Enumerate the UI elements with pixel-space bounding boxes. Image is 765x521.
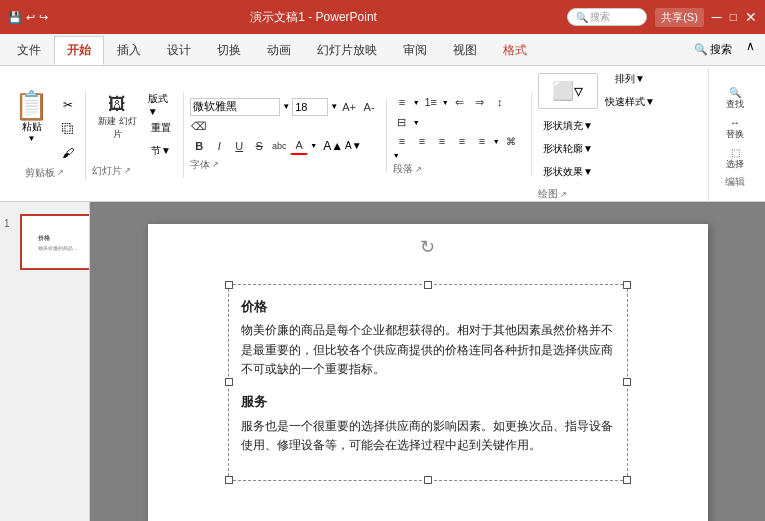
decrease-indent-button[interactable]: ⇐ — [451, 93, 469, 111]
drawing-expand-icon[interactable]: ↗ — [560, 190, 567, 199]
undo-icon[interactable]: ↩ — [26, 11, 35, 24]
font-name-input[interactable] — [190, 98, 280, 116]
font-size-increase-btn[interactable]: A▲ — [323, 139, 343, 153]
shape-fill-button[interactable]: 形状填充▼ — [540, 115, 596, 137]
text-box-container[interactable]: 价格 物美价廉的商品是每个企业都想获得的。相对于其他因素虽然价格并不是最重要的，… — [228, 284, 628, 481]
bold-button[interactable]: B — [190, 137, 208, 155]
font-name-dropdown[interactable]: ▼ — [282, 102, 290, 111]
save-icon[interactable]: 💾 — [8, 11, 22, 24]
section1-body: 物美价廉的商品是每个企业都想获得的。相对于其他因素虽然价格并不是最重要的，但比较… — [241, 321, 615, 380]
tab-format[interactable]: 格式 — [490, 36, 540, 65]
select-button[interactable]: ⬚ 选择 — [715, 145, 755, 173]
minimize-button[interactable]: ─ — [712, 9, 722, 25]
tab-file[interactable]: 文件 — [4, 36, 54, 65]
clipboard-expand-icon[interactable]: ↗ — [57, 168, 64, 177]
tab-transitions[interactable]: 切换 — [204, 36, 254, 65]
cut-button[interactable]: ✂ — [57, 94, 79, 116]
paste-icon: 📋 — [14, 92, 49, 120]
new-slide-button[interactable]: 🖼 新建 幻灯片 — [92, 92, 143, 162]
handle-top-left[interactable] — [225, 281, 233, 289]
title-bar-left: 💾 ↩ ↪ 演示文稿1 - PowerPoint — [8, 9, 567, 26]
font-size-decrease-btn[interactable]: A▼ — [345, 140, 362, 151]
ribbon-collapse[interactable]: ∧ — [740, 34, 761, 65]
columns-button[interactable]: ⊟ — [393, 113, 411, 131]
italic-button[interactable]: I — [210, 137, 228, 155]
quick-access-toolbar[interactable]: 💾 ↩ ↪ — [8, 11, 48, 24]
shape-effects-button[interactable]: 形状效果▼ — [540, 161, 596, 183]
decrease-font-button[interactable]: A- — [360, 98, 378, 116]
handle-bottom-right[interactable] — [623, 476, 631, 484]
tab-animations[interactable]: 动画 — [254, 36, 304, 65]
bullets-dropdown[interactable]: ▼ — [413, 99, 420, 106]
align-left-button[interactable]: ≡ — [393, 132, 411, 150]
reset-button[interactable]: 重置 — [145, 117, 177, 139]
convert-smartart-dropdown[interactable]: ▼ — [393, 152, 400, 159]
strikethrough-button[interactable]: S — [250, 137, 268, 155]
replace-button[interactable]: ↔ 替换 — [715, 115, 755, 143]
paragraph-expand-icon[interactable]: ↗ — [415, 165, 422, 174]
increase-font-button[interactable]: A+ — [340, 98, 358, 116]
tab-design[interactable]: 设计 — [154, 36, 204, 65]
handle-middle-left[interactable] — [225, 378, 233, 386]
handle-bottom-left[interactable] — [225, 476, 233, 484]
shapes-panel[interactable]: ⬜▿ — [538, 73, 598, 109]
share-button[interactable]: 共享(S) — [655, 8, 704, 27]
slide-canvas[interactable]: ↻ 价格 物美价廉的商品是每个企业都想获得的。相对于其他因素 — [148, 224, 708, 522]
paste-dropdown-icon[interactable]: ▼ — [28, 134, 36, 143]
new-slide-icon: 🖼 — [108, 94, 126, 115]
slide-number-label: 1 — [4, 218, 10, 229]
quick-styles-button[interactable]: 快速样式▼ — [602, 91, 658, 113]
tab-slideshow[interactable]: 幻灯片放映 — [304, 36, 390, 65]
close-button[interactable]: ✕ — [745, 9, 757, 25]
font-size-dropdown[interactable]: ▼ — [330, 102, 338, 111]
shadow-button[interactable]: abc — [270, 137, 288, 155]
slide-thumbnail[interactable]: 价格 物美价廉的商品... — [20, 214, 90, 270]
numbering-dropdown[interactable]: ▼ — [442, 99, 449, 106]
canvas-area: ↻ 价格 物美价廉的商品是每个企业都想获得的。相对于其他因素 — [90, 202, 765, 521]
format-painter-button[interactable]: 🖌 — [57, 142, 79, 164]
font-color-dropdown[interactable]: ▼ — [310, 142, 317, 149]
justify-button[interactable]: ≡ — [453, 132, 471, 150]
drawing-row1: ⬜▿ 排列▼ 快速样式▼ 形状填充▼ 形状轮廓▼ 形状效果▼ — [538, 68, 702, 183]
font-expand-icon[interactable]: ↗ — [212, 160, 219, 169]
clear-format-button[interactable]: ⌫ — [190, 118, 208, 136]
line-spacing-button[interactable]: ↕ — [491, 93, 509, 111]
bullets-button[interactable]: ≡ — [393, 93, 411, 111]
font-color-button[interactable]: A — [290, 137, 308, 155]
slides-expand-icon[interactable]: ↗ — [124, 166, 131, 175]
text-content[interactable]: 价格 物美价廉的商品是每个企业都想获得的。相对于其他因素虽然价格并不是最重要的，… — [241, 297, 615, 456]
redo-icon[interactable]: ↪ — [39, 11, 48, 24]
select-icon: ⬚ — [731, 147, 740, 158]
align-center-button[interactable]: ≡ — [413, 132, 431, 150]
find-button[interactable]: 🔍 查找 — [715, 85, 755, 113]
ribbon-search[interactable]: 🔍 搜索 — [686, 34, 740, 65]
tab-view[interactable]: 视图 — [440, 36, 490, 65]
section-button[interactable]: 节▼ — [145, 140, 177, 162]
font-size-input[interactable] — [292, 98, 328, 116]
shape-outline-button[interactable]: 形状轮廓▼ — [540, 138, 596, 160]
tab-insert[interactable]: 插入 — [104, 36, 154, 65]
align-right-button[interactable]: ≡ — [433, 132, 451, 150]
handle-top-center[interactable] — [424, 281, 432, 289]
clipboard-buttons: 📋 粘贴 ▼ ✂ ⿻ 🖌 — [10, 90, 79, 164]
underline-button[interactable]: U — [230, 137, 248, 155]
numbering-button[interactable]: 1≡ — [422, 93, 440, 111]
arrange-button[interactable]: 排列▼ — [602, 68, 658, 90]
handle-middle-right[interactable] — [623, 378, 631, 386]
tab-review[interactable]: 审阅 — [390, 36, 440, 65]
selection-box[interactable]: 价格 物美价廉的商品是每个企业都想获得的。相对于其他因素虽然价格并不是最重要的，… — [228, 284, 628, 481]
search-box[interactable]: 🔍 搜索 — [567, 8, 647, 26]
handle-bottom-center[interactable] — [424, 476, 432, 484]
tab-home[interactable]: 开始 — [54, 36, 104, 65]
columns-dropdown[interactable]: ▼ — [413, 119, 420, 126]
maximize-button[interactable]: □ — [730, 10, 737, 24]
align-text-button[interactable]: ≡ — [473, 132, 491, 150]
layout-button[interactable]: 版式▼ — [145, 94, 177, 116]
increase-indent-button[interactable]: ⇒ — [471, 93, 489, 111]
rotate-handle[interactable]: ↻ — [420, 236, 435, 258]
align-text-dropdown[interactable]: ▼ — [493, 138, 500, 145]
handle-top-right[interactable] — [623, 281, 631, 289]
convert-smartart-button[interactable]: ⌘ — [502, 132, 520, 150]
paste-button[interactable]: 📋 粘贴 ▼ — [10, 90, 53, 145]
copy-button[interactable]: ⿻ — [57, 118, 79, 140]
